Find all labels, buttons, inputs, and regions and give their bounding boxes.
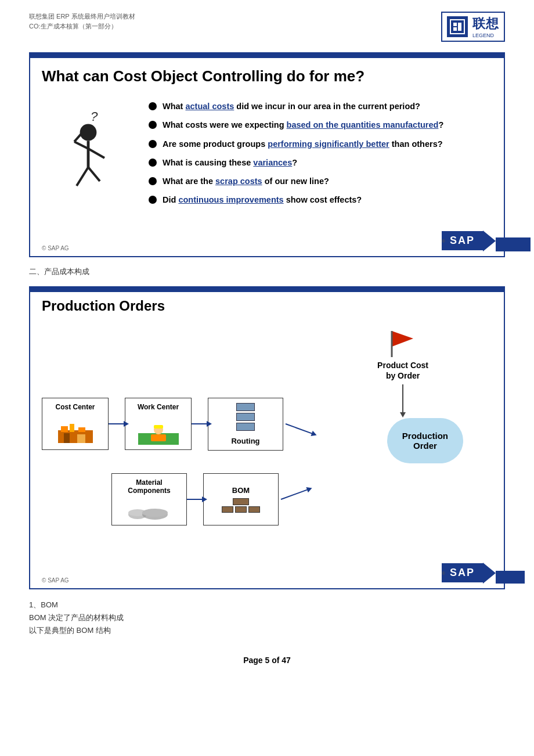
variances-link: variances — [253, 158, 292, 167]
arrow-mc-bom — [187, 499, 203, 500]
svg-point-27 — [142, 509, 168, 517]
svg-rect-1 — [453, 23, 457, 26]
slide1-copyright: © SAP AG — [42, 245, 69, 251]
bullet-1-text: What actual costs did we incur in our ar… — [163, 100, 420, 112]
slide1-figure: ? — [42, 100, 135, 206]
svg-line-7 — [74, 142, 88, 149]
sap-logo-slide1: ® SAP — [442, 231, 496, 251]
routing-box: Routing — [208, 398, 283, 451]
svg-rect-14 — [58, 430, 93, 443]
sap-flag — [483, 563, 496, 584]
page-number: Page 5 of 47 — [29, 656, 505, 665]
work-center-icon — [138, 422, 179, 445]
svg-point-5 — [80, 124, 97, 141]
arrow-cc-wc — [109, 423, 125, 424]
svg-text:?: ? — [91, 109, 98, 124]
slide2-diagram: Product Costby Order Cost Center — [30, 326, 504, 558]
diag-layout: Product Costby Order Cost Center — [42, 328, 492, 549]
bullet-dot-3 — [149, 140, 157, 148]
work-center-box: Work Center — [125, 398, 192, 450]
slide2-title: Production Orders — [30, 292, 504, 320]
notes-item: 1、BOM — [29, 599, 505, 611]
arrow-product-cost — [402, 384, 403, 413]
svg-line-8 — [74, 134, 81, 142]
product-cost-section: Product Costby Order — [377, 328, 428, 413]
svg-rect-0 — [450, 20, 464, 34]
cost-center-box: Cost Center — [42, 398, 109, 450]
cost-center-label: Cost Center — [55, 403, 95, 411]
svg-rect-23 — [151, 434, 166, 441]
svg-rect-22 — [154, 425, 163, 429]
slide2-copyright: © SAP AG — [42, 577, 69, 584]
notes-line1: BOM 决定了产品的材料构成 — [29, 611, 505, 624]
bullet-dot-2 — [149, 121, 157, 129]
sap-text: SAP — [442, 563, 483, 582]
bullet-6: Did continuous improvements show cost ef… — [149, 194, 492, 206]
bullet-5: What are the scrap costs of our new line… — [149, 175, 492, 187]
svg-line-10 — [77, 167, 88, 186]
slide1-header-bar — [30, 53, 504, 58]
svg-rect-2 — [458, 23, 461, 31]
bullet-dot-6 — [149, 196, 157, 204]
bullet-4: What is causing these variances? — [149, 157, 492, 168]
red-flag-icon — [387, 328, 419, 360]
svg-rect-3 — [453, 27, 457, 31]
quantities-link: based on the quantities manufactured — [287, 120, 439, 129]
logo-sub: LEGEND — [472, 33, 499, 38]
routing-label: Routing — [231, 437, 259, 445]
arrow-wc-routing — [192, 423, 208, 424]
slide1-title: What can Cost Object Controlling do for … — [42, 67, 492, 90]
arrow-routing-prod — [286, 423, 313, 434]
legend-logo: 联想 LEGEND — [441, 12, 505, 42]
actual-costs-link: actual costs — [185, 102, 234, 111]
row2-diagram: Material Components — [111, 473, 310, 525]
slide1-box: What can Cost Object Controlling do for … — [29, 52, 505, 257]
slide2-footer: © SAP AG ® SAP — [30, 558, 504, 588]
bullet-dot-4 — [149, 159, 157, 167]
material-components-label: Material Components — [119, 478, 179, 495]
scrap-costs-link: scrap costs — [215, 177, 262, 186]
bullet-dot-1 — [149, 102, 157, 110]
svg-rect-15 — [61, 426, 68, 432]
notes-section: 1、BOM BOM 决定了产品的材料构成 以下是典型的 BOM 结构 — [29, 596, 505, 639]
slide2-header-bar — [30, 287, 504, 292]
bullet-6-text: Did continuous improvements show cost ef… — [163, 194, 362, 206]
material-components-icon — [126, 503, 172, 520]
bom-label: BOM — [232, 486, 250, 495]
bom-tree-icon — [222, 498, 260, 513]
slide1-bullets: What actual costs did we incur in our ar… — [149, 100, 492, 206]
bullet-4-text: What is causing these variances? — [163, 157, 297, 168]
bullet-3: Are some product groups performing signi… — [149, 138, 492, 150]
header-text: 联想集团 ERP 系统最终用户培训教材 CO:生产成本核算（第一部分） — [29, 12, 135, 31]
svg-line-9 — [88, 149, 104, 158]
bullet-1: What actual costs did we incur in our ar… — [149, 100, 492, 112]
performing-link: performing significantly better — [268, 139, 389, 149]
legend-logo-icon — [447, 16, 468, 37]
bullet-2: What costs were we expecting based on th… — [149, 119, 492, 131]
svg-marker-12 — [392, 331, 413, 357]
notes-line2: 以下是典型的 BOM 结构 — [29, 624, 505, 637]
production-order-cloud: ProductionOrder — [387, 418, 463, 463]
slide1-body: ? — [42, 100, 492, 206]
svg-line-11 — [88, 167, 100, 181]
svg-rect-16 — [70, 424, 74, 432]
section-label: 二、产品成本构成 — [29, 267, 505, 277]
continuous-improvements-link: continuous improvements — [178, 195, 283, 204]
work-center-label: Work Center — [138, 403, 179, 411]
product-cost-label: Product Costby Order — [377, 360, 428, 381]
material-components-box: Material Components — [111, 473, 187, 525]
blue-corner — [496, 571, 525, 584]
header-line1: 联想集团 ERP 系统最终用户培训教材 — [29, 12, 135, 21]
bullet-5-text: What are the scrap costs of our new line… — [163, 175, 329, 187]
bom-box: BOM — [203, 473, 279, 525]
routing-icon — [236, 403, 255, 431]
arrow-bom-prod — [281, 489, 309, 500]
row1-diagram: Cost Center — [42, 398, 315, 451]
production-order-label: ProductionOrder — [402, 431, 448, 451]
svg-rect-18 — [64, 433, 70, 443]
logo-text: 联想 — [472, 15, 499, 33]
slide1-content: What can Cost Object Controlling do for … — [30, 58, 504, 213]
slide2-box: Production Orders Product Costby Order — [29, 286, 505, 589]
svg-rect-19 — [77, 434, 85, 443]
page-header: 联想集团 ERP 系统最终用户培训教材 CO:生产成本核算（第一部分） 联想 L… — [29, 12, 505, 42]
